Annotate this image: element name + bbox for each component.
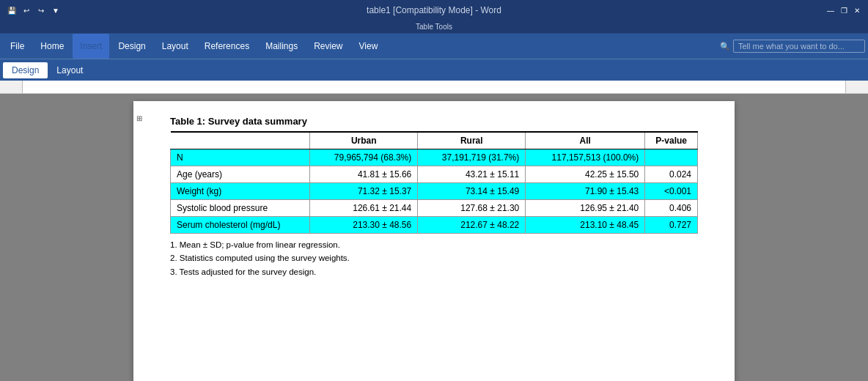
cell-label: Systolic blood pressure xyxy=(171,200,310,217)
tab-review[interactable]: Review xyxy=(306,34,350,59)
table-layout-tab[interactable]: Layout xyxy=(48,62,92,78)
table-title: Table 1: Survey data summary xyxy=(170,116,698,127)
ribbon: File Home Insert Design Layout Reference… xyxy=(0,34,868,59)
table-row: Systolic blood pressure126.61 ± 21.44127… xyxy=(171,200,698,217)
undo-icon[interactable]: ↩ xyxy=(21,4,32,16)
cell-value: 212.67 ± 48.22 xyxy=(418,217,526,234)
cell-value: 117,157,513 (100.0%) xyxy=(526,149,645,166)
table-row: Age (years)41.81 ± 15.6643.21 ± 15.1142.… xyxy=(171,166,698,183)
search-icon: 🔍 xyxy=(720,42,730,51)
cell-value: 0.406 xyxy=(645,200,698,217)
cell-value: 71.90 ± 15.43 xyxy=(526,183,645,200)
col-header-label xyxy=(171,132,310,149)
ruler-inner xyxy=(22,81,846,93)
footnote: 1. Mean ± SD; p-value from linear regres… xyxy=(170,238,698,251)
document-page: ⊞ Table 1: Survey data summary Urban Rur… xyxy=(133,101,735,381)
redo-icon[interactable]: ↪ xyxy=(35,4,47,16)
tab-home[interactable]: Home xyxy=(33,34,71,59)
col-header-pvalue: P-value xyxy=(645,132,698,149)
cell-value: 126.61 ± 21.44 xyxy=(310,200,418,217)
tab-mailings[interactable]: Mailings xyxy=(258,34,305,59)
cell-value: 41.81 ± 15.66 xyxy=(310,166,418,183)
tab-layout[interactable]: Layout xyxy=(155,34,196,59)
ruler xyxy=(0,81,868,94)
table-row: N79,965,794 (68.3%)37,191,719 (31.7%)117… xyxy=(171,149,698,166)
save-icon[interactable]: 💾 xyxy=(6,4,18,16)
quick-access-toolbar: 💾 ↩ ↪ ▼ xyxy=(6,4,62,16)
tab-file[interactable]: File xyxy=(3,34,32,59)
cell-value: 0.024 xyxy=(645,166,698,183)
table-row: Serum cholesterol (mg/dL)213.30 ± 48.562… xyxy=(171,217,698,234)
cell-label: Age (years) xyxy=(171,166,310,183)
layout-marker: ⊞ xyxy=(136,114,142,122)
cell-value: 126.95 ± 21.40 xyxy=(526,200,645,217)
cell-label: Weight (kg) xyxy=(171,183,310,200)
cell-label: N xyxy=(171,149,310,166)
cell-value: 79,965,794 (68.3%) xyxy=(310,149,418,166)
title-bar: 💾 ↩ ↪ ▼ table1 [Compatibility Mode] - Wo… xyxy=(0,0,868,21)
document-title: table1 [Compatibility Mode] - Word xyxy=(367,5,501,15)
cell-value: 73.14 ± 15.49 xyxy=(418,183,526,200)
tab-insert[interactable]: Insert xyxy=(73,34,109,59)
cell-label: Serum cholesterol (mg/dL) xyxy=(171,217,310,234)
restore-button[interactable]: ❐ xyxy=(839,5,849,15)
table-tools-banner: Table Tools xyxy=(0,21,868,34)
document-area: ⊞ Table 1: Survey data summary Urban Rur… xyxy=(0,94,868,381)
cell-value: 213.10 ± 48.45 xyxy=(526,217,645,234)
cell-value: 37,191,719 (31.7%) xyxy=(418,149,526,166)
search-input[interactable] xyxy=(733,40,865,53)
cell-value xyxy=(645,149,698,166)
footnote: 3. Tests adjusted for the survey design. xyxy=(170,265,698,278)
minimize-button[interactable]: — xyxy=(825,5,836,15)
data-table: Urban Rural All P-value N79,965,794 (68.… xyxy=(170,131,698,234)
cell-value: 0.727 xyxy=(645,217,698,234)
tab-view[interactable]: View xyxy=(352,34,386,59)
col-header-rural: Rural xyxy=(418,132,526,149)
cell-value: <0.001 xyxy=(645,183,698,200)
cell-value: 71.32 ± 15.37 xyxy=(310,183,418,200)
cell-value: 42.25 ± 15.50 xyxy=(526,166,645,183)
tab-references[interactable]: References xyxy=(197,34,257,59)
col-header-urban: Urban xyxy=(310,132,418,149)
table-design-tab[interactable]: Design xyxy=(3,62,48,78)
ribbon-search: 🔍 xyxy=(720,40,865,53)
footnote: 2. Statistics computed using the survey … xyxy=(170,251,698,265)
close-button[interactable]: ✕ xyxy=(852,5,862,15)
table-header-row: Urban Rural All P-value xyxy=(171,132,698,149)
table-row: Weight (kg)71.32 ± 15.3773.14 ± 15.4971.… xyxy=(171,183,698,200)
col-header-all: All xyxy=(526,132,645,149)
table-tools-ribbon: Design Layout xyxy=(0,59,868,81)
footnotes: 1. Mean ± SD; p-value from linear regres… xyxy=(170,238,698,278)
cell-value: 127.68 ± 21.30 xyxy=(418,200,526,217)
customize-icon[interactable]: ▼ xyxy=(50,4,62,16)
tab-design[interactable]: Design xyxy=(111,34,152,59)
cell-value: 213.30 ± 48.56 xyxy=(310,217,418,234)
window-controls: — ❐ ✕ xyxy=(825,5,862,15)
cell-value: 43.21 ± 15.11 xyxy=(418,166,526,183)
